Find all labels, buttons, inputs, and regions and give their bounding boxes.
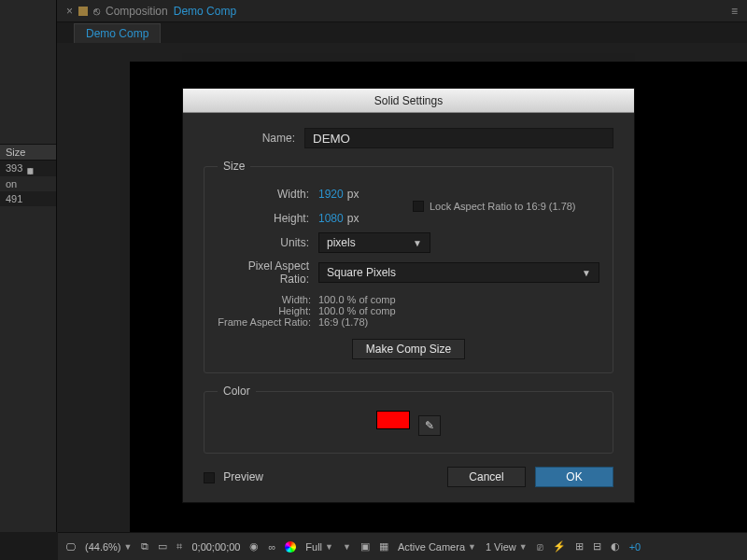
- chevron-down-icon: ▼: [325, 542, 333, 552]
- color-group: Color ✎: [204, 385, 613, 454]
- resolution-menu[interactable]: Full ▼: [305, 541, 333, 553]
- name-label: Name:: [204, 132, 304, 145]
- size-group: Size Width: 1920 px Height: 1080 px: [204, 160, 613, 373]
- zoom-menu[interactable]: (44.6%) ▼: [85, 541, 132, 553]
- comp-swatch-icon: [78, 7, 88, 16]
- info-far-value: 16:9 (1.78): [318, 316, 368, 328]
- size-legend: Size: [218, 160, 250, 173]
- color-swatch[interactable]: [376, 411, 410, 429]
- viewer-tabs: Demo Comp: [57, 22, 747, 43]
- project-panel-sliver: Size 393▗▖ on 491: [0, 0, 56, 532]
- name-input[interactable]: [304, 128, 613, 148]
- cancel-button[interactable]: Cancel: [447, 467, 526, 487]
- info-height-label: Height:: [218, 305, 318, 316]
- height-value[interactable]: 1080: [318, 212, 344, 225]
- timeline-icon[interactable]: ⊞: [575, 540, 584, 553]
- monitor-icon[interactable]: 🖵: [65, 541, 76, 553]
- safe-zones-icon[interactable]: ▭: [158, 540, 167, 553]
- unit-px: px: [347, 188, 359, 201]
- make-comp-size-button[interactable]: Make Comp Size: [352, 339, 465, 359]
- chevron-down-icon: ▼: [519, 542, 528, 552]
- viewer-toolbar: 🖵 (44.6%) ▼ ⧉ ▭ ⌗ 0;00;00;00 ◉ ∞ Full ▼ …: [58, 532, 747, 560]
- column-header-size[interactable]: Size: [0, 144, 56, 161]
- units-label: Units:: [218, 236, 318, 249]
- ok-button[interactable]: OK: [535, 467, 613, 487]
- exposure-value[interactable]: +0: [629, 541, 641, 553]
- grid-icon[interactable]: ⌗: [176, 540, 182, 553]
- dialog-title: Solid Settings: [183, 89, 634, 113]
- panel-comp-name[interactable]: Demo Comp: [174, 5, 236, 18]
- info-width-value: 100.0 % of comp: [318, 294, 396, 305]
- viewer-tab[interactable]: Demo Comp: [74, 23, 161, 43]
- resolution-icon[interactable]: ⧉: [141, 540, 148, 553]
- panel-header: × ⎋ Composition Demo Comp ≡: [57, 0, 747, 22]
- chevron-down-icon: ▼: [413, 238, 422, 248]
- panel-menu-icon[interactable]: ≡: [731, 5, 738, 18]
- fast-previews-icon[interactable]: ⚡: [553, 540, 566, 553]
- eyedropper-button[interactable]: ✎: [418, 415, 441, 436]
- chevron-down-icon: ▼: [582, 268, 591, 278]
- transparency-grid-icon[interactable]: ▦: [379, 540, 388, 553]
- snapshot-icon[interactable]: ◉: [249, 540, 259, 553]
- lock-aspect-checkbox[interactable]: [413, 201, 424, 212]
- info-far-label: Frame Aspect Ratio:: [218, 316, 318, 328]
- chevron-down-icon: ▼: [468, 542, 476, 552]
- height-label: Height:: [218, 212, 318, 225]
- camera-menu[interactable]: Active Camera ▼: [398, 541, 476, 553]
- eyedropper-icon: ✎: [425, 419, 434, 432]
- roi-icon[interactable]: ▣: [360, 540, 370, 553]
- lock-icon[interactable]: ⎋: [93, 5, 100, 18]
- size-row: 491: [0, 191, 56, 206]
- size-row: on: [0, 176, 56, 191]
- color-management-icon[interactable]: [285, 541, 296, 553]
- size-row: 393▗▖: [0, 161, 56, 176]
- width-value[interactable]: 1920: [318, 188, 344, 201]
- chevron-down-icon[interactable]: ▼: [343, 542, 351, 552]
- units-dropdown[interactable]: pixels▼: [318, 232, 430, 253]
- preview-checkbox[interactable]: [204, 472, 215, 483]
- show-channel-icon[interactable]: ∞: [268, 541, 275, 553]
- width-label: Width:: [218, 188, 318, 201]
- reset-exposure-icon[interactable]: ◐: [611, 540, 620, 553]
- panel-label: Composition: [106, 5, 168, 18]
- par-label: Pixel Aspect Ratio:: [218, 259, 318, 286]
- par-dropdown[interactable]: Square Pixels▼: [318, 262, 599, 283]
- info-height-value: 100.0 % of comp: [318, 305, 396, 316]
- unit-px: px: [347, 212, 359, 225]
- pixel-aspect-icon[interactable]: ⎚: [537, 541, 543, 553]
- view-layout-menu[interactable]: 1 View ▼: [486, 541, 528, 553]
- chevron-down-icon: ▼: [124, 542, 133, 552]
- flowchart-icon[interactable]: ⊟: [593, 540, 601, 553]
- close-panel-icon[interactable]: ×: [66, 5, 73, 18]
- color-legend: Color: [218, 385, 256, 398]
- lock-aspect-label: Lock Aspect Ratio to 16:9 (1.78): [430, 201, 576, 212]
- info-width-label: Width:: [218, 294, 318, 305]
- solid-settings-dialog: Solid Settings Name: Size Width: 1920 px…: [182, 88, 635, 503]
- timecode[interactable]: 0;00;00;00: [191, 541, 240, 553]
- preview-label: Preview: [223, 470, 263, 483]
